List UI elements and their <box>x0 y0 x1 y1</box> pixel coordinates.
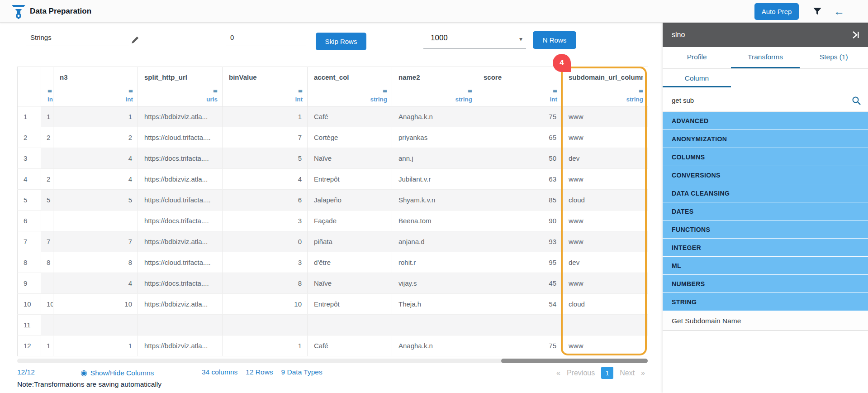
table-cell[interactable]: 7 <box>53 231 138 252</box>
table-cell[interactable]: 2 <box>41 127 53 148</box>
show-hide-columns-button[interactable]: ◉ Show/Hide Columns <box>81 368 154 378</box>
table-cell[interactable]: https://docs.trifacta.... <box>138 273 223 294</box>
transform-category-data-cleansing[interactable]: DATA CLEANSING <box>663 184 868 202</box>
pagination-first-icon[interactable]: « <box>556 369 560 377</box>
table-cell[interactable]: www <box>562 231 648 252</box>
table-cell[interactable]: 95 <box>477 252 562 273</box>
transform-category-functions[interactable]: FUNCTIONS <box>663 220 868 239</box>
table-cell[interactable]: 4 <box>53 169 138 190</box>
table-cell[interactable]: www <box>562 127 648 148</box>
table-cell[interactable]: 1 <box>223 335 308 356</box>
table-cell[interactable]: https://cloud.trifacta.... <box>138 127 223 148</box>
auto-prep-button[interactable]: Auto Prep <box>754 3 799 20</box>
table-cell[interactable]: Beena.tom <box>392 211 477 231</box>
column-header-score[interactable]: score≡int <box>477 67 562 106</box>
table-cell[interactable]: 65 <box>477 127 562 148</box>
n-rows-button[interactable]: N Rows <box>533 31 576 49</box>
column-header-accent_col[interactable]: accent_col≡string <box>308 67 392 106</box>
table-cell[interactable]: Anagha.k.n <box>392 106 477 127</box>
transform-category-numbers[interactable]: NUMBERS <box>663 275 868 293</box>
table-cell[interactable]: cloud <box>562 190 648 211</box>
table-cell[interactable]: 54 <box>477 294 562 315</box>
table-cell[interactable] <box>477 315 562 335</box>
dataset-name-input[interactable] <box>26 26 129 45</box>
table-cell[interactable]: vijay.s <box>392 273 477 294</box>
pagination-previous[interactable]: Previous <box>567 369 595 377</box>
column-menu-icon[interactable]: ≡ <box>128 87 133 96</box>
table-cell[interactable]: 45 <box>477 273 562 294</box>
transform-category-anonymization[interactable]: ANONYMIZATION <box>663 130 868 148</box>
back-arrow-icon[interactable]: ← <box>834 4 844 19</box>
table-cell[interactable]: 10 <box>41 294 53 315</box>
column-menu-icon[interactable]: ≡ <box>468 87 472 96</box>
collapse-panel-icon[interactable] <box>851 30 860 39</box>
table-cell[interactable]: 4 <box>53 148 138 169</box>
table-cell[interactable]: piñata <box>308 231 392 252</box>
scrollbar-thumb[interactable] <box>501 359 648 363</box>
table-cell[interactable]: 7 <box>223 127 308 148</box>
table-cell[interactable]: https://bdbizviz.atla... <box>138 335 223 356</box>
transform-category-integer[interactable]: INTEGER <box>663 239 868 257</box>
table-cell[interactable]: https://docs.trifacta.... <box>138 211 223 231</box>
table-cell[interactable]: 10 <box>53 294 138 315</box>
table-cell[interactable]: dev <box>562 148 648 169</box>
n-rows-select[interactable]: 1000 ▾ <box>423 28 526 49</box>
table-cell[interactable] <box>562 315 648 335</box>
table-cell[interactable]: 0 <box>223 231 308 252</box>
table-cell[interactable]: d'être <box>308 252 392 273</box>
pagination-current-page[interactable]: 1 <box>601 367 613 379</box>
table-cell[interactable]: 90 <box>477 211 562 231</box>
table-cell[interactable]: https://bdbizviz.atla... <box>138 106 223 127</box>
table-cell[interactable] <box>138 315 223 335</box>
table-cell[interactable]: www <box>562 211 648 231</box>
tab-transforms[interactable]: Transforms <box>731 47 799 68</box>
column-menu-icon[interactable]: ≡ <box>47 87 52 96</box>
table-cell[interactable] <box>392 315 477 335</box>
table-cell[interactable]: Jalapeño <box>308 190 392 211</box>
table-cell[interactable]: Anagha.k.n <box>392 335 477 356</box>
column-header-binValue[interactable]: binValue≡int <box>223 67 308 106</box>
tab-steps[interactable]: Steps (1) <box>800 47 868 68</box>
table-cell[interactable]: 5 <box>223 148 308 169</box>
column-menu-icon[interactable]: ≡ <box>383 87 387 96</box>
column-header[interactable]: ≡int <box>41 67 53 106</box>
table-cell[interactable]: 50 <box>477 148 562 169</box>
table-cell[interactable]: www <box>562 169 648 190</box>
table-cell[interactable]: Café <box>308 335 392 356</box>
table-cell[interactable]: 85 <box>477 190 562 211</box>
transform-category-advanced[interactable]: ADVANCED <box>663 112 868 130</box>
transform-category-conversions[interactable]: CONVERSIONS <box>663 166 868 184</box>
pagination-next[interactable]: Next <box>620 369 635 377</box>
column-menu-icon[interactable]: ≡ <box>298 87 303 96</box>
table-cell[interactable] <box>41 273 53 294</box>
table-cell[interactable]: priyankas <box>392 127 477 148</box>
table-cell[interactable]: Naïve <box>308 148 392 169</box>
filter-icon[interactable] <box>812 6 823 17</box>
skip-rows-button[interactable]: Skip Rows <box>316 33 366 50</box>
column-menu-icon[interactable]: ≡ <box>553 87 557 96</box>
tab-profile[interactable]: Profile <box>663 47 731 68</box>
table-cell[interactable]: Entrepôt <box>308 169 392 190</box>
table-cell[interactable]: 75 <box>477 106 562 127</box>
table-cell[interactable]: Jubilant.v.r <box>392 169 477 190</box>
column-menu-icon[interactable]: ≡ <box>213 87 218 96</box>
table-cell[interactable]: 1 <box>41 335 53 356</box>
table-cell[interactable]: 1 <box>41 106 53 127</box>
table-cell[interactable]: 6 <box>223 190 308 211</box>
table-cell[interactable]: www <box>562 273 648 294</box>
table-cell[interactable]: 75 <box>477 335 562 356</box>
table-cell[interactable]: 2 <box>41 169 53 190</box>
table-cell[interactable]: www <box>562 335 648 356</box>
transform-category-string[interactable]: STRING <box>663 293 868 311</box>
table-cell[interactable]: 3 <box>223 252 308 273</box>
table-cell[interactable] <box>223 315 308 335</box>
transform-category-dates[interactable]: DATES <box>663 202 868 220</box>
table-cell[interactable]: 8 <box>223 273 308 294</box>
edit-pencil-icon[interactable] <box>131 35 140 44</box>
column-header-name2[interactable]: name2≡string <box>392 67 477 106</box>
table-cell[interactable]: 63 <box>477 169 562 190</box>
table-cell[interactable]: ann.j <box>392 148 477 169</box>
horizontal-scrollbar[interactable] <box>17 359 648 363</box>
table-cell[interactable]: 3 <box>223 211 308 231</box>
table-cell[interactable]: 4 <box>53 273 138 294</box>
